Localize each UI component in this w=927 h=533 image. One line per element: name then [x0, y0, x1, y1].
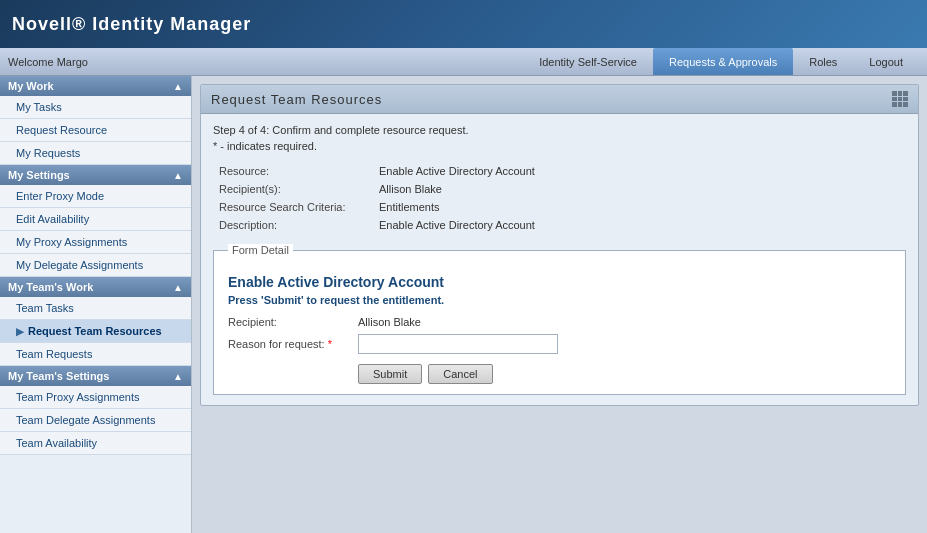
sidebar-section-my-teams-work[interactable]: My Team's Work ▲: [0, 277, 191, 297]
resource-info-table: Resource: Enable Active Directory Accoun…: [213, 162, 906, 234]
sidebar-item-request-resource[interactable]: Request Resource: [0, 119, 191, 142]
reason-row: Reason for request: *: [228, 334, 891, 354]
table-row: Description: Enable Active Directory Acc…: [213, 216, 906, 234]
resource-label: Resource:: [213, 162, 373, 180]
panel-grid-icon: [892, 91, 908, 107]
sidebar-section-my-work-label: My Work: [8, 80, 54, 92]
sidebar-item-team-tasks[interactable]: Team Tasks: [0, 297, 191, 320]
recipients-value: Allison Blake: [373, 180, 906, 198]
nav-item-logout[interactable]: Logout: [853, 48, 919, 75]
sidebar-section-my-teams-settings[interactable]: My Team's Settings ▲: [0, 366, 191, 386]
button-row: Submit Cancel: [228, 364, 891, 384]
sidebar-item-team-availability[interactable]: Team Availability: [0, 432, 191, 455]
search-criteria-label: Resource Search Criteria:: [213, 198, 373, 216]
recipient-row: Recipient: Allison Blake: [228, 316, 891, 328]
sidebar-section-my-teams-settings-arrow: ▲: [173, 371, 183, 382]
sidebar-item-edit-availability[interactable]: Edit Availability: [0, 208, 191, 231]
step-info: Step 4 of 4: Confirm and complete resour…: [213, 124, 906, 136]
form-section-title: Enable Active Directory Account: [228, 274, 891, 290]
sidebar-section-my-teams-work-arrow: ▲: [173, 282, 183, 293]
sidebar-item-team-delegate-assignments[interactable]: Team Delegate Assignments: [0, 409, 191, 432]
sidebar-section-my-teams-work-label: My Team's Work: [8, 281, 93, 293]
sidebar-item-request-team-resources-label: Request Team Resources: [28, 325, 162, 337]
table-row: Resource: Enable Active Directory Accoun…: [213, 162, 906, 180]
sidebar-item-my-proxy-assignments[interactable]: My Proxy Assignments: [0, 231, 191, 254]
sidebar-item-team-proxy-assignments[interactable]: Team Proxy Assignments: [0, 386, 191, 409]
table-row: Recipient(s): Allison Blake: [213, 180, 906, 198]
app-header: Novell® Identity Manager: [0, 0, 927, 48]
form-section-subtitle: Press 'Submit' to request the entitlemen…: [228, 294, 891, 306]
nav-item-requests-approvals[interactable]: Requests & Approvals: [653, 48, 793, 75]
sidebar-section-my-settings-label: My Settings: [8, 169, 70, 181]
cancel-button[interactable]: Cancel: [428, 364, 492, 384]
sidebar-item-team-requests[interactable]: Team Requests: [0, 343, 191, 366]
reason-label: Reason for request: *: [228, 338, 358, 350]
description-label: Description:: [213, 216, 373, 234]
resource-value: Enable Active Directory Account: [373, 162, 906, 180]
main-layout: My Work ▲ My Tasks Request Resource My R…: [0, 76, 927, 533]
sidebar-section-my-settings[interactable]: My Settings ▲: [0, 165, 191, 185]
nav-item-roles[interactable]: Roles: [793, 48, 853, 75]
recipients-label: Recipient(s):: [213, 180, 373, 198]
submit-button[interactable]: Submit: [358, 364, 422, 384]
sidebar-section-my-settings-arrow: ▲: [173, 170, 183, 181]
sidebar-item-my-delegate-assignments[interactable]: My Delegate Assignments: [0, 254, 191, 277]
welcome-text: Welcome Margo: [8, 56, 88, 68]
content-area: Request Team Resources Step 4 of 4: Conf…: [192, 76, 927, 533]
form-detail-legend: Form Detail: [228, 244, 293, 256]
description-value: Enable Active Directory Account: [373, 216, 906, 234]
navbar: Welcome Margo Identity Self-Service Requ…: [0, 48, 927, 76]
panel-header: Request Team Resources: [201, 85, 918, 114]
nav-item-identity-self-service[interactable]: Identity Self-Service: [523, 48, 653, 75]
app-logo: Novell® Identity Manager: [12, 14, 251, 35]
reason-input[interactable]: [358, 334, 558, 354]
recipient-label: Recipient:: [228, 316, 358, 328]
sidebar-item-request-team-resources[interactable]: ▶ Request Team Resources: [0, 320, 191, 343]
sidebar-item-my-requests[interactable]: My Requests: [0, 142, 191, 165]
panel-body: Step 4 of 4: Confirm and complete resour…: [201, 114, 918, 405]
panel-title: Request Team Resources: [211, 92, 382, 107]
sidebar-item-my-tasks[interactable]: My Tasks: [0, 96, 191, 119]
sidebar-item-enter-proxy-mode[interactable]: Enter Proxy Mode: [0, 185, 191, 208]
search-criteria-value: Entitlements: [373, 198, 906, 216]
form-detail-box: Form Detail Enable Active Directory Acco…: [213, 244, 906, 395]
sidebar: My Work ▲ My Tasks Request Resource My R…: [0, 76, 192, 533]
sidebar-section-my-work-arrow: ▲: [173, 81, 183, 92]
sidebar-item-arrow-icon: ▶: [16, 326, 24, 337]
sidebar-section-my-work[interactable]: My Work ▲: [0, 76, 191, 96]
table-row: Resource Search Criteria: Entitlements: [213, 198, 906, 216]
required-star: *: [328, 338, 332, 350]
sidebar-section-my-teams-settings-label: My Team's Settings: [8, 370, 109, 382]
required-note: * - indicates required.: [213, 140, 906, 152]
nav-items: Identity Self-Service Requests & Approva…: [523, 48, 919, 75]
recipient-value: Allison Blake: [358, 316, 421, 328]
main-panel: Request Team Resources Step 4 of 4: Conf…: [200, 84, 919, 406]
